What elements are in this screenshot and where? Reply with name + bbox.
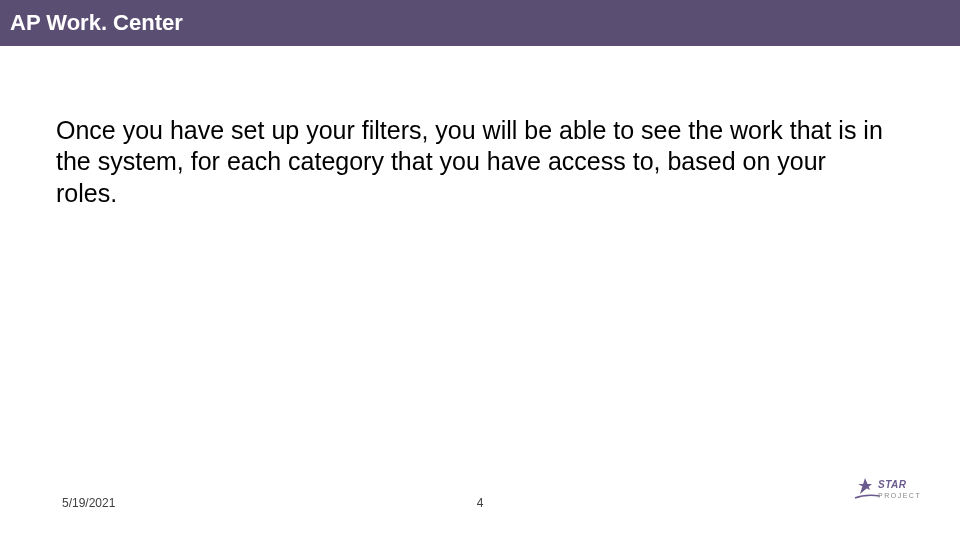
footer-page-number: 4 (477, 496, 484, 510)
logo-text-bottom: PROJECT (878, 492, 921, 499)
star-project-logo: STAR PROJECT (850, 470, 930, 515)
slide-header-bar: AP Work. Center (0, 0, 960, 46)
star-icon (858, 478, 872, 494)
slide-body-paragraph: Once you have set up your filters, you w… (56, 115, 890, 209)
logo-text-top: STAR (878, 479, 907, 490)
footer-date: 5/19/2021 (62, 496, 115, 510)
slide-title: AP Work. Center (10, 10, 183, 36)
slide-footer: 5/19/2021 4 STAR PROJECT (0, 480, 960, 520)
swoosh-icon (855, 495, 880, 498)
